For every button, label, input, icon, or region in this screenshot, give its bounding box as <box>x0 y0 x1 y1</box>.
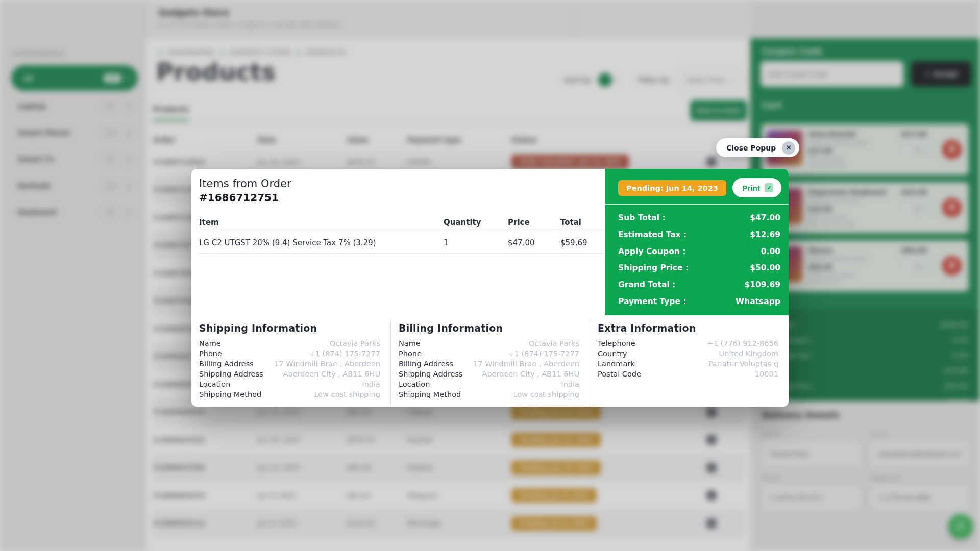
info-label: Postal Code <box>598 369 641 379</box>
summary-divider <box>605 204 789 205</box>
summary-row: Grand Total : $109.69 <box>618 277 780 293</box>
summary-row: Estimated Tax : $12.69 <box>618 227 780 243</box>
info-value: Octavia Parks <box>330 338 380 348</box>
summary-label: Apply Coupon : <box>618 243 685 260</box>
info-label: Location <box>399 379 430 389</box>
summary-value: $12.69 <box>750 227 780 243</box>
info-row: Name Octavia Parks <box>399 338 579 348</box>
print-button[interactable]: Print ✓ <box>732 178 781 197</box>
info-value: 10001 <box>755 369 778 379</box>
info-value: India <box>362 379 380 389</box>
summary-row: Apply Coupon : 0.00 <box>618 243 780 260</box>
col-item: Item <box>199 218 444 227</box>
info-label: Shipping Method <box>399 389 461 399</box>
info-label: Name <box>399 338 421 348</box>
print-label: Print <box>743 184 760 192</box>
info-label: Location <box>199 379 230 389</box>
summary-label: Payment Type : <box>618 293 687 310</box>
order-summary-panel: Pending: Jun 14, 2023 Print ✓ Sub Total … <box>605 169 789 315</box>
summary-label: Estimated Tax : <box>618 227 687 243</box>
close-popup-label: Close Popup <box>726 144 776 152</box>
info-value: United Kingdom <box>719 348 778 359</box>
summary-value: $109.69 <box>744 277 780 293</box>
info-row: Phone +1 (874) 175-7277 <box>399 348 579 359</box>
modal-items-body: LG C2 UTGST 20% (9.4) Service Tax 7% (3.… <box>199 232 605 254</box>
info-value: Octavia Parks <box>529 338 579 348</box>
extra-information-rows: Telephone +1 (776) 912-8656 Country Unit… <box>598 338 778 379</box>
info-value: 17 Windmill Brae , Aberdeen <box>274 359 380 369</box>
summary-value: Whatsapp <box>736 293 780 310</box>
info-label: Telephone <box>598 338 635 348</box>
info-row: Location India <box>199 379 380 389</box>
close-popup-pill[interactable]: Close Popup ✕ <box>716 138 799 157</box>
info-row: Location India <box>399 379 579 389</box>
summary-row: Sub Total : $47.00 <box>618 210 780 227</box>
info-label: Billing Address <box>399 359 453 369</box>
info-row: Shipping Address Aberdeen City , AB11 6H… <box>199 369 380 379</box>
item-price: $47.00 <box>508 238 560 247</box>
summary-label: Sub Total : <box>618 210 666 227</box>
col-quantity: Quantity <box>444 218 508 227</box>
info-row: Billing Address 17 Windmill Brae , Aberd… <box>199 359 380 369</box>
info-label: Shipping Address <box>199 369 263 379</box>
modal-items-table: Item Quantity Price Total LG C2 UTGST 20… <box>199 213 605 254</box>
col-total: Total <box>560 218 605 227</box>
info-row: Shipping Method Low cost shipping <box>199 389 380 399</box>
info-row: Phone +1 (874) 175-7277 <box>199 348 380 359</box>
info-label: Name <box>199 338 221 348</box>
shipping-information: Shipping Information Name Octavia Parks … <box>191 319 390 407</box>
billing-information-heading: Billing Information <box>399 322 579 334</box>
summary-value: 0.00 <box>761 243 780 260</box>
extra-information-heading: Extra Information <box>598 322 778 334</box>
summary-value: $50.00 <box>750 260 780 277</box>
extra-information: Extra Information Telephone +1 (776) 912… <box>590 319 789 407</box>
info-row: Postal Code 10001 <box>598 369 778 379</box>
info-value: Aberdeen City , AB11 6HU <box>283 369 380 379</box>
order-items-modal: Items from Order #1686712751 Item Quanti… <box>191 169 789 407</box>
modal-items-header: Item Quantity Price Total <box>199 213 605 232</box>
info-value: 17 Windmill Brae , Aberdeen <box>473 359 579 369</box>
summary-value: $47.00 <box>750 210 780 227</box>
modal-order-id: #1686712751 <box>199 191 279 204</box>
info-row: Landmark Pariatur Voluptas q <box>598 359 778 369</box>
info-label: Country <box>598 348 627 359</box>
modal-item-row: LG C2 UTGST 20% (9.4) Service Tax 7% (3.… <box>199 232 605 254</box>
info-value: Pariatur Voluptas q <box>708 359 778 369</box>
info-label: Billing Address <box>199 359 254 369</box>
summary-row: Shipping Price : $50.00 <box>618 260 780 277</box>
item-quantity: 1 <box>444 238 508 247</box>
info-value: Low cost shipping <box>513 389 579 399</box>
screen: CATEGORIES All 64 ▾ Laptop 12 ❯ Smart Ph… <box>0 0 980 551</box>
info-value: India <box>561 379 579 389</box>
info-row: Shipping Method Low cost shipping <box>399 389 579 399</box>
info-value: +1 (874) 175-7277 <box>309 348 380 359</box>
item-name: LG C2 UTGST 20% (9.4) Service Tax 7% (3.… <box>199 238 444 247</box>
order-info-columns: Shipping Information Name Octavia Parks … <box>191 319 789 407</box>
col-price: Price <box>508 218 560 227</box>
info-row: Country United Kingdom <box>598 348 778 359</box>
info-row: Name Octavia Parks <box>199 338 380 348</box>
info-row: Shipping Address Aberdeen City , AB11 6H… <box>399 369 579 379</box>
shipping-information-rows: Name Octavia Parks Phone +1 (874) 175-72… <box>199 338 380 399</box>
close-icon[interactable]: ✕ <box>782 141 795 155</box>
summary-label: Shipping Price : <box>618 260 689 277</box>
info-row: Telephone +1 (776) 912-8656 <box>598 338 778 348</box>
info-label: Shipping Address <box>399 369 463 379</box>
info-row: Billing Address 17 Windmill Brae , Aberd… <box>399 359 579 369</box>
order-status-badge: Pending: Jun 14, 2023 <box>618 180 726 196</box>
info-label: Landmark <box>598 359 635 369</box>
clipboard-check-icon: ✓ <box>765 183 773 192</box>
summary-label: Grand Total : <box>618 277 675 293</box>
summary-row: Payment Type : Whatsapp <box>618 293 780 310</box>
info-label: Phone <box>399 348 422 359</box>
info-label: Shipping Method <box>199 389 261 399</box>
info-value: Aberdeen City , AB11 6HU <box>482 369 579 379</box>
info-label: Phone <box>199 348 222 359</box>
billing-information-rows: Name Octavia Parks Phone +1 (874) 175-72… <box>399 338 579 399</box>
shipping-information-heading: Shipping Information <box>199 322 380 334</box>
info-value: +1 (776) 912-8656 <box>707 338 778 348</box>
billing-information: Billing Information Name Octavia Parks P… <box>390 319 590 407</box>
info-value: Low cost shipping <box>314 389 380 399</box>
modal-title: Items from Order <box>199 178 291 190</box>
summary-rows: Sub Total : $47.00 Estimated Tax : $12.6… <box>618 210 780 310</box>
